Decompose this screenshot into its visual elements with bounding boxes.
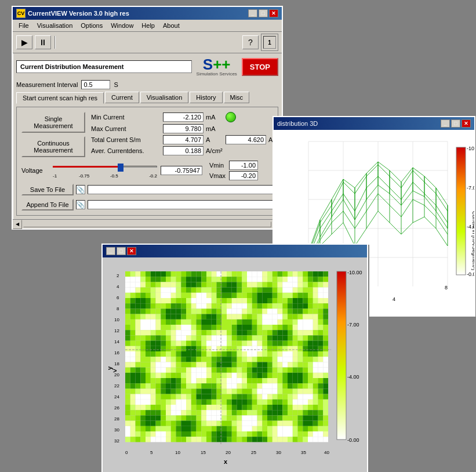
append-file-icon: 📎	[76, 200, 85, 209]
minimize-button[interactable]: _	[248, 9, 257, 17]
menu-visualisation[interactable]: Visualisation	[34, 21, 77, 30]
append-to-file-button[interactable]: Append To File	[21, 199, 74, 210]
svg-rect-366	[247, 314, 252, 319]
menu-help[interactable]: Help	[138, 21, 158, 30]
continuous-measurement-button[interactable]: ContinuousMeasurement	[21, 136, 85, 157]
dist2d-close-button[interactable]: ✕	[127, 247, 136, 255]
svg-rect-975	[293, 394, 298, 400]
svg-rect-885	[242, 383, 247, 389]
tab-start-scan[interactable]: Start current scan high res	[16, 92, 104, 104]
svg-rect-667	[151, 357, 156, 362]
svg-rect-506	[146, 335, 151, 340]
max-current-value[interactable]	[163, 124, 204, 133]
svg-rect-1062	[125, 410, 130, 415]
vmax-input[interactable]	[229, 171, 258, 180]
svg-rect-933	[282, 389, 288, 394]
svg-rect-1264	[136, 437, 141, 442]
single-measurement-button[interactable]: SingleMeasurement	[21, 112, 85, 133]
svg-rect-976	[298, 394, 303, 400]
vmin-input[interactable]	[229, 161, 258, 170]
svg-rect-1269	[161, 437, 166, 442]
voltage-value-input[interactable]	[161, 166, 202, 175]
svg-rect-1134	[288, 415, 293, 420]
svg-rect-1054	[288, 405, 293, 410]
svg-rect-382	[125, 319, 130, 325]
svg-rect-816	[298, 373, 303, 378]
svg-rect-48	[257, 271, 263, 277]
min-current-value[interactable]	[163, 112, 204, 122]
play-button[interactable]: ▶	[16, 35, 32, 49]
svg-rect-1182	[125, 426, 130, 431]
svg-rect-670	[166, 357, 171, 362]
tab-history[interactable]: History	[190, 92, 222, 103]
svg-rect-1009	[262, 400, 267, 405]
svg-rect-346	[146, 314, 151, 319]
menu-about[interactable]: About	[159, 21, 183, 30]
svg-rect-1017	[303, 400, 308, 405]
scroll-left-button[interactable]: ◀	[13, 220, 22, 229]
avg-current-value[interactable]	[163, 146, 204, 155]
svg-rect-912	[176, 389, 181, 394]
dist3d-maximize-button[interactable]: □	[451, 119, 460, 128]
total-current-value1[interactable]	[163, 135, 204, 144]
svg-text:4: 4	[393, 296, 395, 302]
max-current-label: Max Current	[91, 125, 161, 132]
dist3d-close-button[interactable]: ✕	[462, 119, 471, 128]
svg-rect-835	[191, 378, 197, 383]
svg-rect-945	[140, 394, 146, 400]
menu-window[interactable]: Window	[107, 21, 137, 30]
svg-rect-84	[237, 277, 242, 282]
pause-button[interactable]: ⏸	[35, 35, 51, 49]
scroll-thumb[interactable]	[23, 222, 271, 227]
svg-rect-777	[303, 368, 308, 373]
tab-visualisation[interactable]: Visualisation	[140, 92, 189, 103]
stop-button[interactable]: STOP	[242, 58, 278, 76]
svg-rect-867	[151, 383, 156, 389]
total-current-value2[interactable]	[226, 135, 266, 144]
svg-rect-1110	[166, 415, 171, 420]
svg-rect-633	[181, 351, 186, 357]
svg-rect-1181	[323, 421, 328, 426]
dist3d-minimize-button[interactable]: _	[441, 119, 450, 128]
maximize-button[interactable]: □	[259, 9, 268, 17]
svg-rect-607	[252, 346, 257, 351]
svg-rect-483	[232, 330, 237, 335]
svg-rect-246	[247, 298, 252, 303]
svg-rect-664	[136, 357, 141, 362]
svg-rect-23	[130, 271, 136, 277]
svg-rect-1073	[181, 410, 186, 415]
append-file-input[interactable]	[88, 200, 273, 209]
svg-rect-108	[156, 282, 161, 287]
dist2d-content: y > -10.00 -7.00 -4.00 -0.00 2 4 6 8 10 …	[103, 257, 367, 472]
svg-rect-364	[237, 314, 242, 319]
tab-misc[interactable]: Misc	[224, 92, 250, 103]
svg-rect-894	[288, 383, 293, 389]
dist2d-maximize-button[interactable]: □	[117, 247, 126, 255]
svg-rect-46	[247, 271, 252, 277]
svg-rect-450	[267, 325, 272, 330]
svg-rect-829	[161, 378, 166, 383]
svg-rect-442	[227, 325, 232, 330]
dist2d-minimize-button[interactable]: _	[106, 247, 115, 255]
menu-file[interactable]: File	[15, 21, 32, 30]
voltage-slider-thumb[interactable]	[118, 164, 123, 172]
measurement-interval-input[interactable]	[81, 80, 110, 89]
svg-rect-1248	[257, 431, 263, 437]
svg-rect-441	[221, 325, 227, 330]
svg-rect-43	[232, 271, 237, 277]
svg-rect-568	[257, 341, 263, 346]
help-button[interactable]: ?	[242, 35, 259, 49]
svg-rect-851	[272, 378, 278, 383]
svg-rect-743	[130, 368, 136, 373]
menu-options[interactable]: Options	[77, 21, 106, 30]
save-file-input[interactable]	[88, 185, 273, 194]
close-button[interactable]: ✕	[269, 9, 278, 17]
svg-rect-1206	[247, 426, 252, 431]
svg-rect-130	[267, 282, 272, 287]
tab-current[interactable]: Current	[105, 92, 139, 103]
svg-rect-834	[186, 378, 191, 383]
save-to-file-button[interactable]: Save To File	[21, 184, 74, 195]
svg-rect-458	[308, 325, 313, 330]
svg-rect-349	[161, 314, 166, 319]
svg-rect-477	[201, 330, 206, 335]
